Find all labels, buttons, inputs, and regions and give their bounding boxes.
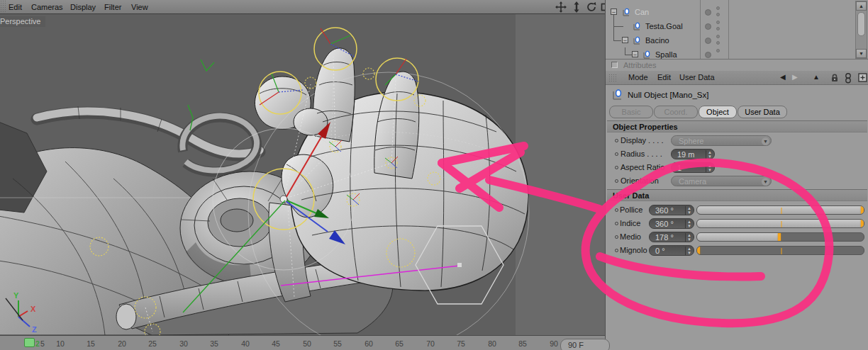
spinner-icon[interactable]: ▲▼ [706, 164, 713, 172]
pollice-field[interactable]: 360 ° ▲▼ [649, 205, 694, 215]
anim-dot[interactable] [615, 139, 618, 142]
indice-field[interactable]: 360 ° ▲▼ [649, 218, 694, 229]
anim-dot[interactable] [615, 235, 618, 239]
display-dropdown[interactable]: Sphere ▼ [671, 135, 772, 146]
editor-visibility-dot[interactable] [716, 21, 720, 24]
medio-field[interactable]: 178 ° ▲▼ [649, 232, 694, 242]
timeline-ruler[interactable]: 2 5 10 15 20 25 30 35 40 45 50 55 60 65 … [0, 335, 605, 350]
section-object-properties[interactable]: Object Properties [607, 120, 867, 132]
render-visibility-dot[interactable] [716, 41, 720, 45]
anim-dot[interactable] [615, 222, 618, 225]
null-object-icon [641, 50, 652, 60]
layer-dot[interactable] [705, 52, 711, 58]
layer-dot[interactable] [705, 38, 711, 44]
tab-user-data[interactable]: User Data [738, 106, 787, 118]
menu-view[interactable]: View [128, 2, 151, 12]
scroll-up-icon[interactable]: ▲ [856, 1, 867, 11]
menu-display[interactable]: Display [67, 2, 99, 12]
cinema4d-window: Edit Cameras Display Filter View Perspec… [0, 0, 868, 350]
collapse-icon[interactable]: – [632, 51, 638, 57]
slider-handle[interactable] [697, 247, 700, 255]
end-frame-field[interactable]: 90 F [560, 339, 610, 350]
ruler-tick: 5 [40, 339, 45, 348]
attributes-menubar: Mode Edit User Data ◀ ▶ ▲ [606, 71, 868, 85]
tree-row-bacino[interactable]: – Bacino [606, 34, 840, 47]
spinner-icon[interactable]: ▲▼ [706, 150, 713, 159]
ruler-tick: 85 [518, 339, 527, 348]
panel-grip-icon[interactable] [608, 74, 618, 82]
prop-row-display: Display . . . . Sphere ▼ [606, 135, 868, 147]
spline-point[interactable] [457, 263, 462, 267]
anim-dot[interactable] [615, 166, 618, 169]
orientation-dropdown[interactable]: Camera ▼ [671, 176, 772, 186]
ruler-tick: 65 [395, 339, 404, 348]
attr-menu-mode[interactable]: Mode [628, 73, 648, 81]
editor-visibility-dot[interactable] [716, 35, 720, 38]
menu-cameras[interactable]: Cameras [28, 2, 66, 12]
ruler-tick: 10 [56, 339, 65, 348]
anim-dot[interactable] [615, 208, 618, 212]
up-icon[interactable]: ▲ [813, 73, 820, 81]
viewport-canvas[interactable]: Y X Z [0, 14, 605, 335]
indice-slider[interactable] [696, 219, 864, 228]
layer-dot[interactable] [705, 9, 711, 16]
panel-checkbox-icon[interactable] [611, 62, 618, 68]
tab-coord[interactable]: Coord. [654, 106, 698, 118]
null-object-icon [631, 21, 642, 32]
section-user-data[interactable]: User Data [607, 189, 867, 201]
zoom-icon[interactable] [571, 1, 582, 13]
back-icon[interactable]: ◀ [780, 73, 786, 81]
viewport-camera-label[interactable]: Perspective [0, 16, 45, 27]
prop-row-aspect-ratio: Aspect Ratio 1 ▲▼ [606, 162, 868, 174]
userdata-row-indice: Indice 360 ° ▲▼ [606, 218, 868, 230]
rotate-icon[interactable] [586, 1, 597, 13]
editor-visibility-dot[interactable] [716, 49, 720, 52]
ruler-tick: 35 [210, 339, 218, 348]
chevron-down-icon[interactable]: ▼ [762, 137, 769, 145]
render-visibility-dot[interactable] [716, 13, 720, 16]
tab-object[interactable]: Object [699, 106, 737, 118]
menu-filter[interactable]: Filter [101, 2, 124, 12]
tab-basic[interactable]: Basic [609, 106, 653, 118]
mignolo-slider[interactable] [696, 246, 864, 255]
anim-dot[interactable] [615, 249, 618, 252]
lock-icon[interactable] [830, 73, 840, 83]
menubar-grip[interactable] [0, 0, 6, 13]
timeline-playhead[interactable] [24, 338, 35, 347]
ruler-tick: 55 [333, 339, 342, 348]
move-icon[interactable] [555, 1, 567, 13]
scrollbar-thumb[interactable] [857, 12, 865, 36]
collapse-icon[interactable]: – [611, 9, 617, 15]
spinner-icon[interactable]: ▲▼ [685, 220, 693, 228]
radius-field[interactable]: 19 m ▲▼ [671, 149, 715, 159]
forward-icon[interactable]: ▶ [792, 73, 798, 81]
spinner-icon[interactable]: ▲▼ [685, 247, 693, 255]
slider-handle[interactable] [861, 206, 864, 215]
menu-edit[interactable]: Edit [6, 2, 25, 12]
layer-dot[interactable] [705, 23, 711, 30]
history-icon[interactable] [844, 72, 852, 84]
medio-slider[interactable] [696, 232, 864, 242]
render-visibility-dot[interactable] [716, 27, 720, 30]
tree-row-testa-goal[interactable]: Testa.Goal [606, 20, 840, 33]
collapse-icon[interactable]: – [622, 37, 628, 43]
spinner-icon[interactable]: ▲▼ [685, 206, 693, 215]
scroll-down-icon[interactable]: ▼ [856, 49, 867, 58]
tree-row-can[interactable]: – Can [606, 6, 840, 19]
pollice-slider[interactable] [696, 205, 864, 215]
anim-dot[interactable] [615, 179, 618, 183]
editor-visibility-dot[interactable] [716, 6, 720, 10]
om-scrollbar[interactable]: ▲ ▼ [855, 1, 867, 59]
add-panel-icon[interactable] [858, 73, 867, 82]
anim-dot[interactable] [615, 152, 618, 156]
spinner-icon[interactable]: ▲▼ [685, 233, 693, 242]
ruler-tick: 40 [241, 339, 250, 348]
slider-handle[interactable] [778, 233, 781, 242]
slider-handle[interactable] [861, 220, 864, 228]
aspect-ratio-field[interactable]: 1 ▲▼ [671, 162, 715, 173]
attr-menu-edit[interactable]: Edit [657, 73, 671, 81]
chevron-down-icon[interactable]: ▼ [762, 178, 769, 186]
tree-row-spalla[interactable]: – Spalla [606, 48, 840, 60]
attr-menu-user-data[interactable]: User Data [679, 73, 715, 81]
mignolo-field[interactable]: 0 ° ▲▼ [649, 245, 694, 256]
